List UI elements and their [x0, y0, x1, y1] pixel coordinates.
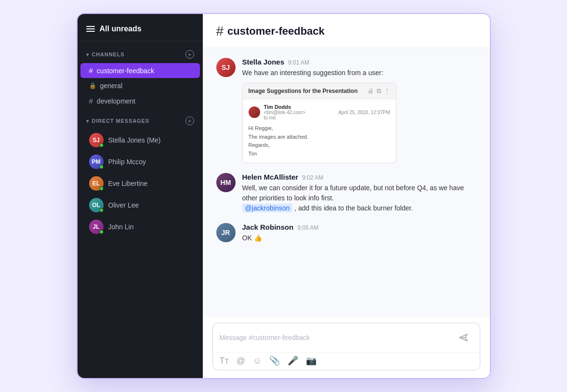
message-body-2: Helen McAllister 9:02 AM Well, we can co…: [242, 173, 476, 213]
message-header-2: Helen McAllister 9:02 AM: [242, 173, 476, 181]
avatar-stack-oliver: OL: [89, 198, 104, 212]
avatar-stack-john: JL: [89, 220, 104, 234]
dm-name-stella: Stella Jones (Me): [108, 136, 161, 144]
more-icon[interactable]: ⋮: [384, 87, 390, 95]
channel-hash-icon: #: [216, 24, 224, 39]
add-dm-button[interactable]: +: [185, 117, 194, 125]
emoji-icon[interactable]: ☺: [253, 356, 262, 366]
channel-name: development: [97, 97, 135, 105]
dm-item-oliver[interactable]: OL Oliver Lee: [80, 195, 200, 216]
avatar-helen-msg: HM: [216, 173, 236, 192]
dm-section-header[interactable]: ▾ DIRECT MESSAGES +: [78, 117, 203, 129]
message-time-2: 9:02 AM: [302, 174, 323, 181]
expand-icon[interactable]: ⧉: [377, 87, 381, 95]
message-input[interactable]: [220, 334, 454, 341]
add-channel-button[interactable]: +: [185, 50, 194, 59]
message-time-1: 9:01 AM: [288, 59, 309, 66]
dm-label: ▾ DIRECT MESSAGES: [86, 118, 149, 124]
message-toolbar: Tт @ ☺ 📎 🎤 📷: [213, 352, 480, 370]
channel-item-development[interactable]: # development: [80, 93, 200, 108]
dm-name-john: John Lin: [108, 223, 134, 231]
email-subject: Image Suggestions for the Presentation: [249, 88, 358, 94]
avatar-stack-philip: PM: [89, 155, 104, 169]
message-1: SJ Stella Jones 9:01 AM We have an inter…: [216, 58, 476, 163]
email-from-row: Tim Dodds <tim@link-42.com> to me April …: [249, 104, 390, 120]
avatar-stack-eve: EL: [89, 176, 104, 191]
email-from-name: Tim Dodds: [264, 104, 335, 110]
channel-item-general[interactable]: 🔒 general: [80, 78, 200, 93]
message-author-2: Helen McAllister: [242, 173, 299, 181]
mention-icon[interactable]: @: [237, 356, 245, 366]
dm-item-philip[interactable]: PM Philip Mccoy: [80, 151, 200, 172]
send-button[interactable]: [454, 328, 473, 347]
online-indicator: [99, 143, 104, 147]
channels-section-header[interactable]: ▾ CHANNELS +: [78, 50, 203, 63]
email-card-icons: 🖨 ⧉ ⋮: [368, 87, 390, 95]
online-indicator: [99, 165, 104, 169]
email-from-info: Tim Dodds <tim@link-42.com> to me: [264, 104, 335, 120]
message-2: HM Helen McAllister 9:02 AM Well, we can…: [216, 173, 476, 213]
channels-label: ▾ CHANNELS: [86, 52, 125, 57]
message-input-wrapper: Tт @ ☺ 📎 🎤 📷: [212, 323, 480, 370]
lock-icon: 🔒: [89, 82, 96, 89]
message-text-3: OK 👍: [242, 233, 476, 243]
dm-section: ▾ DIRECT MESSAGES + SJ Stella Jones (Me)…: [78, 113, 203, 242]
message-input-area: Tт @ ☺ 📎 🎤 📷: [203, 317, 490, 378]
message-3: JR Jack Robinson 9:05 AM OK 👍: [216, 223, 476, 243]
message-time-3: 9:05 AM: [297, 224, 318, 231]
dm-item-stella[interactable]: SJ Stella Jones (Me): [80, 130, 200, 151]
message-text-2: Well, we can consider it for a future up…: [242, 183, 476, 213]
avatar-stella-msg: SJ: [216, 58, 236, 77]
message-body-1: Stella Jones 9:01 AM We have an interest…: [242, 58, 476, 163]
email-body-text: Hi Reggie, The images are attached. Rega…: [249, 124, 390, 158]
email-attachment: Image Suggestions for the Presentation 🖨…: [242, 83, 396, 163]
chevron-down-icon: ▾: [86, 118, 89, 124]
channels-section: ▾ CHANNELS + # customer-feedback 🔒 gener…: [78, 41, 203, 113]
message-header-3: Jack Robinson 9:05 AM: [242, 223, 476, 231]
online-indicator: [99, 186, 104, 191]
main-content: # customer-feedback SJ Stella Jones 9:01…: [203, 14, 490, 378]
send-icon: [456, 330, 471, 345]
hash-icon: #: [89, 66, 93, 75]
avatar-jack-msg: JR: [216, 223, 236, 242]
email-card-header: Image Suggestions for the Presentation 🖨…: [243, 83, 396, 99]
mention-jackrobinson[interactable]: @jackrobinson: [242, 204, 293, 212]
video-icon[interactable]: 📷: [306, 355, 316, 366]
email-from-email: <tim@link-42.com>: [264, 110, 335, 115]
message-text-before: Well, we can consider it for a future up…: [242, 184, 464, 202]
channel-item-customer-feedback[interactable]: # customer-feedback: [80, 63, 200, 78]
attachment-icon[interactable]: 📎: [269, 355, 280, 366]
channel-header: # customer-feedback: [203, 14, 490, 48]
hash-icon: #: [89, 97, 93, 105]
hamburger-icon[interactable]: [86, 26, 95, 32]
channel-name: customer-feedback: [97, 67, 154, 75]
chevron-down-icon: ▾: [86, 52, 89, 57]
channel-name: general: [100, 82, 123, 90]
message-author-1: Stella Jones: [242, 58, 285, 66]
message-text-1: We have an interesting suggestion from a…: [242, 68, 476, 78]
dm-name-philip: Philip Mccoy: [108, 158, 146, 166]
email-to: to me: [264, 115, 335, 120]
message-body-3: Jack Robinson 9:05 AM OK 👍: [242, 223, 476, 243]
channel-header-name: customer-feedback: [227, 25, 325, 38]
email-sender-avatar: [249, 106, 260, 118]
dm-name-oliver: Oliver Lee: [108, 201, 139, 209]
email-card-body: Tim Dodds <tim@link-42.com> to me April …: [243, 99, 396, 163]
sidebar-title: All unreads: [100, 25, 142, 33]
online-indicator: [99, 230, 104, 234]
sidebar-header[interactable]: All unreads: [78, 14, 203, 41]
dm-item-john[interactable]: JL John Lin: [80, 216, 200, 237]
app-container: All unreads ▾ CHANNELS + # customer-feed…: [77, 13, 491, 379]
microphone-icon[interactable]: 🎤: [288, 355, 298, 366]
online-indicator: [99, 208, 104, 212]
format-text-icon[interactable]: Tт: [220, 356, 229, 366]
email-date: April 25, 2018, 12:37PM: [338, 110, 390, 115]
avatar-stack-stella: SJ: [89, 133, 104, 147]
message-text-after: , add this idea to the back burner folde…: [294, 204, 413, 212]
messages-area: SJ Stella Jones 9:01 AM We have an inter…: [203, 48, 490, 317]
message-input-top: [213, 323, 480, 352]
print-icon[interactable]: 🖨: [368, 87, 374, 95]
message-header-1: Stella Jones 9:01 AM: [242, 58, 476, 66]
dm-item-eve[interactable]: EL Eve Libertine: [80, 173, 200, 194]
message-author-3: Jack Robinson: [242, 223, 294, 231]
